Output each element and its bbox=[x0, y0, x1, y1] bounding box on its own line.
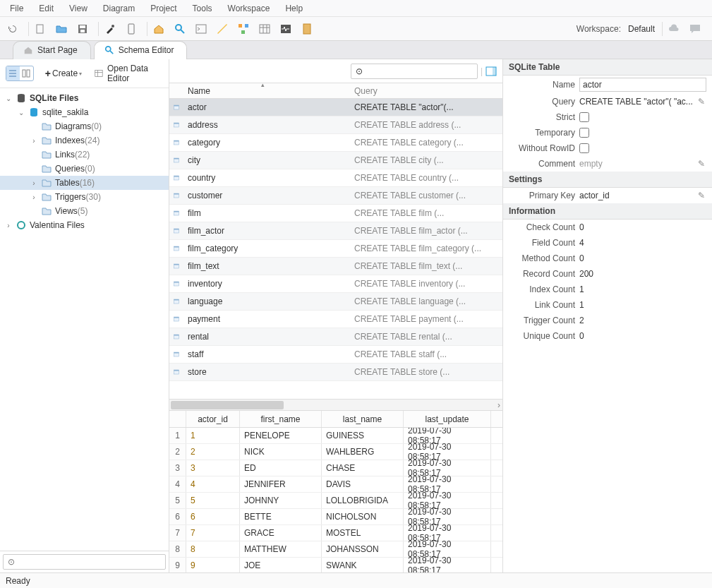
tree-queries[interactable]: Queries(0) bbox=[0, 162, 169, 176]
ruler-icon[interactable] bbox=[214, 20, 231, 37]
table-row[interactable]: inventoryCREATE TABLE inventory (... bbox=[169, 275, 502, 293]
panel-toggle-icon[interactable] bbox=[485, 66, 497, 77]
chat-icon[interactable] bbox=[687, 20, 704, 37]
table-row[interactable]: categoryCREATE TABLE category (... bbox=[169, 134, 502, 152]
tree-sqlite-files[interactable]: ⌄SQLite Files bbox=[0, 91, 169, 105]
expand-icon[interactable]: ⌄ bbox=[17, 109, 25, 116]
table-icon bbox=[169, 279, 183, 289]
table-row[interactable]: countryCREATE TABLE country (... bbox=[169, 169, 502, 187]
expand-icon[interactable]: ⌄ bbox=[4, 95, 13, 102]
horizontal-scrollbar[interactable]: ‹ › bbox=[169, 399, 502, 410]
table-icon bbox=[169, 367, 183, 377]
table-row[interactable]: customerCREATE TABLE customer (... bbox=[169, 187, 502, 205]
svg-rect-10 bbox=[241, 30, 245, 34]
folder-icon bbox=[41, 177, 52, 188]
prop-name-input[interactable] bbox=[579, 78, 706, 92]
table-row[interactable]: paymentCREATE TABLE payment (... bbox=[169, 311, 502, 328]
prop-strict-checkbox[interactable] bbox=[579, 112, 589, 122]
col-query[interactable]: Query bbox=[350, 86, 502, 96]
open-folder-icon[interactable] bbox=[53, 20, 70, 37]
tree-sqlite_sakila[interactable]: ⌄sqlite_sakila bbox=[0, 105, 169, 119]
tree-links[interactable]: Links(22) bbox=[0, 148, 169, 162]
create-button[interactable]: +Create▾ bbox=[41, 66, 86, 81]
tree-valentina-files[interactable]: ›Valentina Files bbox=[0, 218, 169, 232]
grid-search-input[interactable] bbox=[351, 64, 478, 79]
home-icon[interactable] bbox=[150, 20, 167, 37]
table-icon bbox=[169, 226, 183, 236]
table-row[interactable]: rentalCREATE TABLE rental (... bbox=[169, 328, 502, 346]
db-tree[interactable]: ⌄SQLite Files⌄sqlite_sakilaDiagrams(0)›I… bbox=[0, 88, 169, 551]
save-icon[interactable] bbox=[74, 20, 91, 37]
device-icon[interactable] bbox=[123, 20, 140, 37]
tab-start-page[interactable]: Start Page bbox=[13, 41, 91, 59]
activity-icon[interactable] bbox=[277, 20, 294, 37]
schema-editor-icon[interactable] bbox=[171, 20, 188, 37]
tab-schema-editor[interactable]: Schema Editor bbox=[94, 41, 188, 59]
menu-edit[interactable]: Edit bbox=[32, 1, 61, 16]
table-icon[interactable] bbox=[256, 20, 273, 37]
expand-icon[interactable]: › bbox=[30, 179, 38, 187]
folder-icon bbox=[41, 135, 52, 146]
grid-body[interactable]: actorCREATE TABLE "actor"(...addressCREA… bbox=[169, 99, 502, 399]
edit-icon[interactable]: ✎ bbox=[696, 191, 706, 200]
table-row[interactable]: languageCREATE TABLE language (... bbox=[169, 293, 502, 311]
undo-icon[interactable] bbox=[4, 20, 21, 37]
edit-icon[interactable]: ✎ bbox=[696, 159, 706, 169]
table-row[interactable]: storeCREATE TABLE store (... bbox=[169, 364, 502, 381]
table-row[interactable]: film_categoryCREATE TABLE film_category … bbox=[169, 240, 502, 258]
grid-header[interactable]: ▴ Name Query bbox=[169, 83, 502, 99]
table-row[interactable]: cityCREATE TABLE city (... bbox=[169, 152, 502, 169]
svg-point-6 bbox=[176, 25, 181, 30]
cloud-icon[interactable] bbox=[665, 20, 682, 37]
diagram-icon[interactable] bbox=[235, 20, 252, 37]
menu-tools[interactable]: Tools bbox=[186, 1, 219, 16]
list-view-icon[interactable] bbox=[6, 66, 20, 80]
data-grid-body[interactable]: 11PENELOPEGUINESS2019-07-30 08:58:1722NI… bbox=[169, 428, 502, 572]
prop-temporary-checkbox[interactable] bbox=[579, 128, 589, 138]
menu-diagram[interactable]: Diagram bbox=[96, 1, 142, 16]
column-view-icon[interactable] bbox=[20, 66, 33, 80]
menu-view[interactable]: View bbox=[62, 1, 95, 16]
table-icon bbox=[169, 138, 183, 148]
color-picker-icon[interactable] bbox=[102, 20, 119, 37]
tree-views[interactable]: Views(5) bbox=[0, 204, 169, 218]
table-icon bbox=[169, 155, 183, 165]
workspace-label: Workspace: bbox=[577, 24, 624, 34]
col-name[interactable]: Name bbox=[183, 86, 350, 96]
table-icon bbox=[169, 120, 183, 130]
info-row: Link Count1 bbox=[503, 297, 712, 313]
table-icon bbox=[169, 349, 183, 359]
open-data-editor-button[interactable]: Open Data Editor bbox=[95, 64, 163, 83]
main-toolbar: Workspace: Default bbox=[0, 17, 712, 41]
table-row[interactable]: filmCREATE TABLE film (... bbox=[169, 205, 502, 222]
section-sqlite-table: SQLite Table bbox=[503, 59, 712, 76]
table-row[interactable]: actorCREATE TABLE "actor"(... bbox=[169, 99, 502, 116]
expand-icon[interactable]: › bbox=[4, 222, 13, 229]
prop-withoutrowid-checkbox[interactable] bbox=[579, 143, 589, 153]
svg-rect-15 bbox=[23, 70, 25, 77]
menu-project[interactable]: Project bbox=[143, 1, 183, 16]
terminal-icon[interactable] bbox=[193, 20, 210, 37]
notebook-icon[interactable] bbox=[298, 20, 315, 37]
new-file-icon[interactable] bbox=[32, 20, 49, 37]
data-grid-header[interactable]: actor_id first_name last_name last_updat… bbox=[169, 411, 502, 428]
table-row[interactable]: film_actorCREATE TABLE film_actor (... bbox=[169, 222, 502, 240]
menu-workspace[interactable]: Workspace bbox=[221, 1, 277, 16]
menu-help[interactable]: Help bbox=[278, 1, 310, 16]
table-row[interactable]: addressCREATE TABLE address (... bbox=[169, 116, 502, 134]
tree-triggers[interactable]: ›Triggers(30) bbox=[0, 190, 169, 204]
tree-diagrams[interactable]: Diagrams(0) bbox=[0, 119, 169, 133]
workspace-value[interactable]: Default bbox=[624, 23, 659, 35]
expand-icon[interactable]: › bbox=[30, 193, 38, 201]
expand-icon[interactable]: › bbox=[30, 137, 38, 145]
table-row[interactable]: staffCREATE TABLE staff (... bbox=[169, 346, 502, 364]
tree-indexes[interactable]: ›Indexes(24) bbox=[0, 133, 169, 148]
view-mode-toggle[interactable] bbox=[6, 66, 34, 81]
table-icon bbox=[169, 208, 183, 218]
edit-icon[interactable]: ✎ bbox=[696, 97, 706, 107]
tree-tables[interactable]: ›Tables(16) bbox=[0, 176, 169, 190]
data-row[interactable]: 99JOESWANK2019-07-30 08:58:17 bbox=[169, 558, 502, 572]
menu-file[interactable]: File bbox=[3, 1, 30, 16]
sidebar-search-input[interactable] bbox=[3, 554, 166, 570]
table-row[interactable]: film_textCREATE TABLE film_text (... bbox=[169, 258, 502, 275]
